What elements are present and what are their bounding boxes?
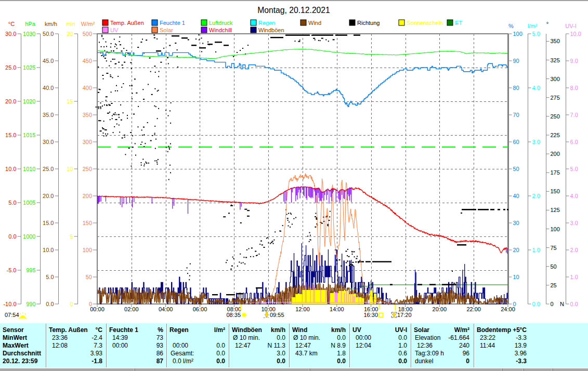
- svg-text:km/h: km/h: [271, 326, 285, 334]
- svg-text:Ø 10 min.: Ø 10 min.: [233, 334, 260, 341]
- svg-text:990: 990: [26, 301, 35, 307]
- svg-text:°C: °C: [96, 326, 103, 334]
- svg-text:50: 50: [551, 263, 557, 270]
- svg-text:%: %: [158, 326, 163, 334]
- svg-text:1010: 1010: [23, 166, 35, 172]
- svg-text:250: 250: [83, 166, 92, 172]
- svg-text:10.0: 10.0: [570, 31, 581, 37]
- svg-text:15: 15: [67, 98, 73, 104]
- svg-text:1.0: 1.0: [532, 247, 540, 253]
- svg-text:12:36: 12:36: [417, 342, 433, 349]
- svg-text:1005: 1005: [23, 200, 35, 206]
- svg-text:150: 150: [551, 188, 560, 194]
- svg-text:25: 25: [551, 282, 557, 288]
- svg-text:325: 325: [551, 57, 560, 63]
- svg-text:°C: °C: [520, 326, 527, 334]
- svg-text:500: 500: [83, 31, 92, 37]
- svg-text:hPa: hPa: [25, 21, 35, 27]
- svg-text:3.0: 3.0: [570, 220, 578, 226]
- svg-text:5.0: 5.0: [570, 166, 578, 172]
- svg-text:N 11.3: N 11.3: [268, 342, 286, 349]
- svg-text:Wind: Wind: [292, 326, 307, 334]
- svg-text:Temp. Außen: Temp. Außen: [110, 20, 144, 26]
- svg-text:5: 5: [70, 233, 73, 240]
- svg-text:10.0: 10.0: [43, 247, 54, 253]
- svg-text:35.0: 35.0: [43, 112, 54, 118]
- svg-text:02:00: 02:00: [124, 306, 139, 312]
- svg-text:22:00: 22:00: [466, 306, 481, 312]
- svg-text:20:00: 20:00: [433, 306, 447, 312]
- svg-text:0.0: 0.0: [277, 334, 285, 341]
- svg-text:86: 86: [156, 350, 164, 357]
- svg-text:100: 100: [551, 226, 560, 232]
- svg-text:-10.0: -10.0: [3, 301, 16, 307]
- svg-text:Windböen: Windböen: [232, 326, 262, 334]
- svg-text:0.0: 0.0: [216, 350, 225, 357]
- svg-text:0.0: 0.0: [46, 301, 54, 307]
- svg-text:0.0: 0.0: [570, 301, 578, 307]
- svg-text:10: 10: [67, 166, 73, 172]
- svg-text:20.0: 20.0: [5, 98, 16, 104]
- svg-text:1.0: 1.0: [398, 342, 407, 349]
- svg-text:12:47: 12:47: [235, 342, 251, 349]
- svg-text:Richtung: Richtung: [357, 20, 380, 26]
- svg-text:350: 350: [83, 112, 92, 118]
- svg-text:80: 80: [513, 85, 519, 91]
- svg-text:Windchill: Windchill: [209, 27, 232, 33]
- svg-text:3.0: 3.0: [532, 139, 540, 145]
- svg-text:W/m²: W/m²: [454, 326, 469, 334]
- svg-text:0.6: 0.6: [398, 350, 407, 357]
- svg-text:225: 225: [551, 132, 560, 138]
- svg-text:10: 10: [513, 274, 519, 280]
- svg-text:2.0: 2.0: [532, 193, 540, 199]
- svg-text:Montag, 20.12.2021: Montag, 20.12.2021: [257, 6, 330, 15]
- svg-text:400: 400: [83, 85, 92, 91]
- svg-text:70: 70: [513, 112, 519, 118]
- svg-text:07:54: 07:54: [5, 312, 19, 318]
- svg-text:Elevation: Elevation: [415, 334, 440, 341]
- svg-text:20: 20: [513, 247, 519, 253]
- svg-text:1.0: 1.0: [570, 274, 578, 280]
- svg-text:2.0: 2.0: [570, 247, 578, 253]
- svg-text:0.0: 0.0: [216, 357, 225, 365]
- svg-text:km/h: km/h: [45, 21, 57, 27]
- svg-text:50: 50: [513, 166, 519, 172]
- svg-text:1030: 1030: [23, 31, 35, 37]
- svg-text:Temp. Außen: Temp. Außen: [49, 326, 88, 334]
- svg-text:Windböen: Windböen: [258, 27, 284, 33]
- svg-text:6.0: 6.0: [570, 139, 578, 145]
- svg-text:12:08: 12:08: [52, 342, 68, 349]
- svg-text:5.0: 5.0: [532, 31, 540, 37]
- svg-text:Regen: Regen: [258, 20, 275, 26]
- svg-text:30: 30: [513, 220, 519, 226]
- svg-text:dunkel: dunkel: [415, 357, 433, 365]
- svg-text:0: 0: [551, 301, 554, 307]
- svg-text:87: 87: [156, 357, 164, 365]
- svg-text:60: 60: [513, 139, 519, 145]
- svg-text:8.0: 8.0: [570, 85, 578, 91]
- svg-text:15.0: 15.0: [43, 220, 54, 226]
- svg-text:4.0: 4.0: [570, 193, 578, 199]
- svg-text:3.96: 3.96: [515, 350, 527, 357]
- svg-text:l/m²: l/m²: [528, 23, 538, 29]
- svg-text:450: 450: [83, 58, 92, 64]
- svg-text:300: 300: [551, 76, 560, 82]
- svg-text:06:00: 06:00: [193, 306, 207, 312]
- svg-text:Solar: Solar: [414, 326, 429, 334]
- svg-text:0.0: 0.0: [337, 334, 346, 341]
- svg-text:13.9: 13.9: [515, 342, 527, 349]
- svg-text:16:30: 16:30: [363, 312, 378, 318]
- svg-text:175: 175: [551, 169, 560, 176]
- svg-text:23:36: 23:36: [52, 334, 68, 341]
- svg-text:Regen: Regen: [169, 326, 189, 334]
- svg-text:20: 20: [67, 31, 73, 37]
- svg-text:1025: 1025: [23, 64, 35, 71]
- svg-text:75: 75: [551, 245, 557, 251]
- svg-text:7.3: 7.3: [94, 342, 102, 349]
- svg-text:N 8.9: N 8.9: [331, 342, 346, 349]
- svg-text:20.0: 20.0: [43, 193, 54, 199]
- svg-text:1015: 1015: [23, 132, 35, 138]
- svg-text:3.0: 3.0: [277, 350, 285, 357]
- svg-text:24:00: 24:00: [501, 306, 515, 312]
- svg-text:40.0: 40.0: [43, 85, 54, 91]
